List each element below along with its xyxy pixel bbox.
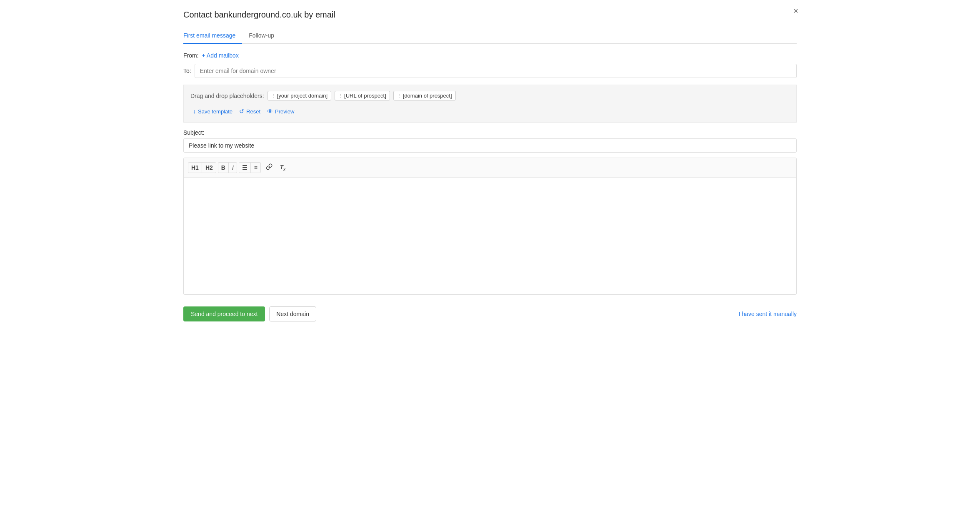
footer-left: Send and proceed to next Next domain	[183, 306, 316, 321]
placeholder-bar: Drag and drop placeholders: ⋮ [your proj…	[183, 85, 797, 123]
editor-content[interactable]	[184, 178, 796, 294]
preview-label: Preview	[275, 108, 294, 115]
h2-button[interactable]: H2	[202, 163, 216, 173]
subject-label: Subject:	[183, 129, 797, 136]
subject-input[interactable]	[183, 138, 797, 153]
unordered-list-button[interactable]: ≡	[251, 163, 260, 173]
drag-icon-1: ⋮	[271, 93, 275, 98]
modal-container: × Contact bankunderground.co.uk by email…	[173, 0, 807, 342]
subject-section: Subject:	[183, 129, 797, 153]
heading-group: H1 H2	[188, 162, 216, 173]
bold-button[interactable]: B	[218, 163, 229, 173]
format-group: B I	[218, 162, 237, 173]
drag-icon-2: ⋮	[338, 93, 342, 98]
preview-button[interactable]: 👁 Preview	[265, 106, 297, 116]
placeholder-row: Drag and drop placeholders: ⋮ [your proj…	[190, 91, 790, 100]
sent-manually-button[interactable]: I have sent it manually	[739, 311, 797, 317]
h1-button[interactable]: H1	[188, 163, 202, 173]
email-editor: H1 H2 B I ☰ ≡ Tx	[183, 158, 797, 295]
editor-toolbar: H1 H2 B I ☰ ≡ Tx	[184, 158, 796, 178]
placeholder-chip-domain-prospect[interactable]: ⋮ [domain of prospect]	[393, 91, 456, 100]
to-label: To:	[183, 68, 191, 74]
reset-label: Reset	[246, 108, 260, 115]
italic-button[interactable]: I	[229, 163, 237, 173]
tabs-bar: First email message Follow-up	[183, 28, 797, 44]
reset-icon: ↺	[239, 108, 244, 115]
drag-icon-3: ⋮	[397, 93, 401, 98]
clear-format-button[interactable]: Tx	[277, 162, 289, 173]
send-and-proceed-button[interactable]: Send and proceed to next	[183, 306, 265, 321]
to-row: To:	[183, 64, 797, 78]
placeholder-text-1: [your project domain]	[277, 93, 328, 99]
from-label: From:	[183, 52, 199, 59]
toolbar-row: ↓ Save template ↺ Reset 👁 Preview	[190, 105, 790, 116]
save-template-icon: ↓	[193, 108, 196, 115]
add-mailbox-button[interactable]: + Add mailbox	[202, 52, 239, 59]
placeholder-text-3: [domain of prospect]	[403, 93, 452, 99]
preview-icon: 👁	[267, 108, 273, 115]
link-button[interactable]	[262, 161, 276, 174]
placeholder-label: Drag and drop placeholders:	[190, 93, 264, 99]
placeholder-chip-project-domain[interactable]: ⋮ [your project domain]	[268, 91, 331, 100]
to-input[interactable]	[195, 64, 797, 78]
tab-first-email[interactable]: First email message	[183, 28, 242, 44]
next-domain-button[interactable]: Next domain	[269, 306, 316, 321]
close-button[interactable]: ×	[790, 5, 802, 17]
list-group: ☰ ≡	[239, 162, 261, 173]
save-template-button[interactable]: ↓ Save template	[190, 106, 235, 116]
reset-button[interactable]: ↺ Reset	[237, 106, 263, 116]
placeholder-chip-url-prospect[interactable]: ⋮ [URL of prospect]	[335, 91, 390, 100]
link-icon	[266, 163, 272, 170]
placeholder-text-2: [URL of prospect]	[344, 93, 386, 99]
modal-title: Contact bankunderground.co.uk by email	[183, 10, 797, 20]
tab-follow-up[interactable]: Follow-up	[249, 28, 281, 44]
ordered-list-button[interactable]: ☰	[239, 163, 251, 173]
from-row: From: + Add mailbox	[183, 52, 797, 59]
footer-actions: Send and proceed to next Next domain I h…	[183, 303, 797, 321]
save-template-label: Save template	[198, 108, 232, 115]
